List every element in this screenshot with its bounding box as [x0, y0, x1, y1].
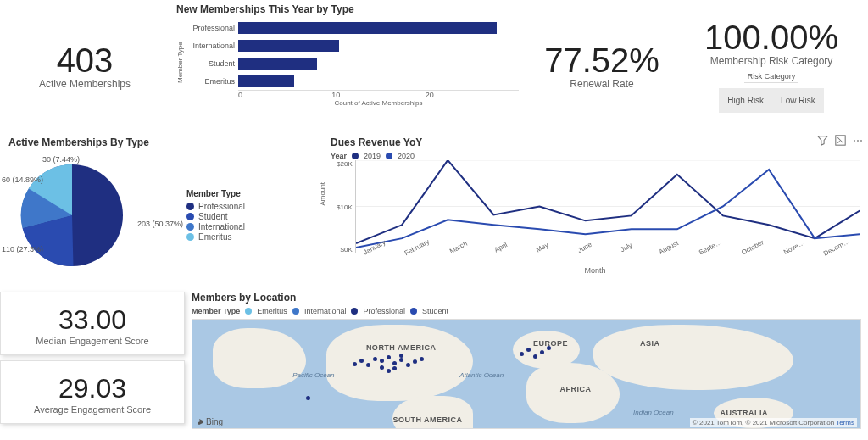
kpi-label: Membership Risk Category	[710, 55, 833, 67]
kpi-value: 403	[57, 42, 114, 80]
y-axis-label: Member Type	[176, 19, 184, 107]
card-median-engagement: 33.00 Median Engagement Score	[0, 292, 185, 355]
map-attribution: © 2021 TomTom, © 2021 Microsoft Corporat…	[690, 418, 857, 427]
bar-category: Emeritus	[184, 77, 238, 86]
pie-slice-label: 203 (50.37%)	[137, 220, 183, 228]
bar-chart-new-memberships[interactable]: New Memberships This Year by Type Member…	[170, 0, 526, 107]
y-axis-label: Amount	[319, 182, 326, 206]
map-label: NORTH AMERICA	[366, 343, 437, 352]
card-average-engagement: 29.03 Average Engagement Score	[0, 360, 185, 424]
kpi-risk-category: 100.00% Membership Risk Category Risk Ca…	[678, 0, 865, 131]
x-axis-label: Month	[331, 266, 860, 275]
pie-chart-memberships-by-type[interactable]: Active Memberships By Type 30 (7.44%) 60…	[0, 131, 322, 288]
map-members-by-location[interactable]: Members by Location Member Type Emeritus…	[185, 288, 868, 440]
focus-mode-icon[interactable]	[835, 135, 846, 146]
chart-title: Dues Revenue YoY	[331, 136, 422, 148]
kpi-value: 77.52%	[544, 42, 659, 80]
bing-logo: Bing	[196, 416, 223, 426]
card-label: Average Engagement Score	[6, 404, 179, 415]
card-value: 29.03	[6, 373, 179, 404]
filter-icon[interactable]	[817, 135, 828, 146]
bar-category: International	[184, 42, 238, 50]
kpi-active-memberships: 403 Active Memberships	[0, 0, 170, 131]
x-axis-label: Count of Active Memberships	[238, 99, 519, 107]
pie-slice-label: 60 (14.89%)	[2, 175, 43, 184]
kpi-value: 100.00%	[704, 19, 838, 57]
risk-low-button[interactable]: Low Risk	[772, 88, 824, 113]
map-label: AFRICA	[559, 385, 591, 393]
map-legend: Member Type Emeritus International Profe…	[192, 307, 861, 315]
map-label: SOUTH AMERICA	[392, 415, 462, 424]
bar-category: Professional	[184, 24, 238, 32]
map-label: ASIA	[640, 339, 660, 348]
more-options-icon[interactable]: ⋯	[853, 135, 863, 147]
map-label: AUSTRALIA	[721, 409, 769, 417]
map-canvas[interactable]: NORTH AMERICA SOUTH AMERICA EUROPE AFRIC…	[192, 319, 861, 429]
pie-slice-label: 110 (27.3%)	[2, 245, 43, 253]
pie-legend: Member Type Professional Student Interna…	[186, 189, 245, 242]
risk-slicer-title: Risk Category	[744, 70, 799, 83]
pie-svg	[8, 152, 136, 279]
map-label: Pacific Ocean	[292, 371, 334, 379]
kpi-label: Active Memberships	[39, 78, 131, 90]
chart-title: New Memberships This Year by Type	[176, 3, 519, 15]
card-label: Median Engagement Score	[6, 336, 179, 346]
chart-title: Active Memberships By Type	[8, 136, 314, 148]
pie-slice-label: 30 (7.44%)	[42, 155, 80, 164]
bing-icon	[196, 416, 204, 426]
map-label: Indian Ocean	[633, 409, 674, 416]
kpi-label: Renewal Rate	[570, 78, 633, 90]
map-label: Atlantic Ocean	[459, 371, 504, 379]
chart-title: Members by Location	[192, 292, 861, 304]
line-chart-dues-revenue[interactable]: Dues Revenue YoY ⋯ Year 2019 2020 $20K $…	[322, 131, 868, 288]
risk-high-button[interactable]: High Risk	[719, 88, 772, 113]
card-value: 33.00	[6, 304, 179, 336]
bar-category: Student	[184, 59, 238, 68]
terms-link[interactable]: Terms	[836, 419, 854, 426]
line-legend: Year 2019 2020	[331, 152, 860, 160]
kpi-renewal-rate: 77.52% Renewal Rate	[526, 0, 678, 131]
